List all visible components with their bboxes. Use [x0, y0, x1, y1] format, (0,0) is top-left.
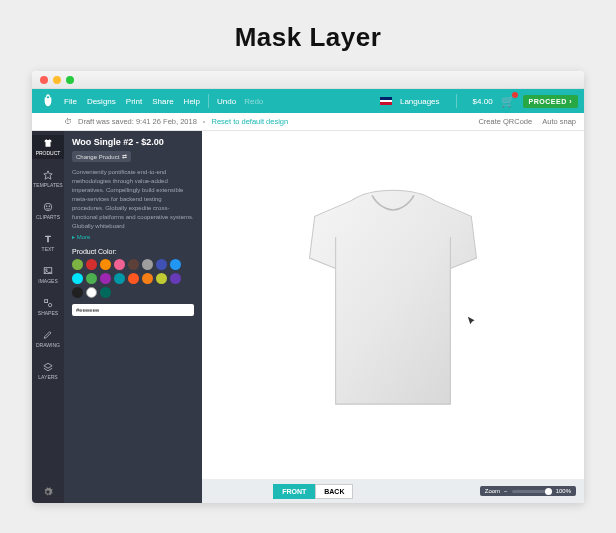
- change-product-label: Change Product: [76, 154, 119, 160]
- page-heading: Mask Layer: [0, 0, 616, 71]
- undo-button[interactable]: Undo: [217, 97, 236, 106]
- top-menu-bar: File Designs Print Share Help Undo Redo …: [32, 89, 584, 113]
- sidebar-item-text[interactable]: TEXT: [32, 231, 64, 255]
- window-titlebar: [32, 71, 584, 89]
- color-swatch[interactable]: [128, 259, 139, 270]
- change-product-button[interactable]: Change Product ⇄: [72, 151, 131, 162]
- sidebar-label: IMAGES: [38, 278, 57, 284]
- app-window: File Designs Print Share Help Undo Redo …: [32, 71, 584, 503]
- swap-icon: ⇄: [122, 153, 127, 160]
- color-swatch[interactable]: [156, 273, 167, 284]
- color-swatch[interactable]: [142, 273, 153, 284]
- cart-icon[interactable]: 🛒: [501, 95, 515, 108]
- color-swatch[interactable]: [114, 259, 125, 270]
- divider: [208, 94, 209, 108]
- color-swatch[interactable]: [128, 273, 139, 284]
- create-qrcode-button[interactable]: Create QRCode: [478, 117, 532, 126]
- topbar-right: Languages $4.00 🛒 PROCEED ›: [380, 94, 584, 108]
- flag-icon: [380, 97, 392, 105]
- redo-button[interactable]: Redo: [244, 97, 263, 106]
- color-swatches: [72, 259, 194, 298]
- sidebar-item-layers[interactable]: LAYERS: [32, 359, 64, 383]
- color-swatch[interactable]: [100, 273, 111, 284]
- color-swatch[interactable]: [86, 273, 97, 284]
- dot-separator: •: [203, 117, 206, 126]
- svg-point-7: [48, 303, 51, 306]
- color-swatch[interactable]: [72, 259, 83, 270]
- color-swatch[interactable]: [86, 287, 97, 298]
- zoom-control[interactable]: Zoom − 100%: [480, 486, 576, 496]
- status-toolbar: ⏱ Draft was saved: 9:41 26 Feb, 2018 • R…: [32, 113, 584, 131]
- svg-rect-6: [45, 300, 48, 303]
- view-front-button[interactable]: FRONT: [273, 484, 315, 499]
- hex-color-input[interactable]: #eeeeee: [72, 304, 194, 316]
- svg-point-2: [46, 206, 47, 207]
- zoom-label: Zoom: [485, 488, 500, 494]
- sidebar-item-images[interactable]: IMAGES: [32, 263, 64, 287]
- tshirt-preview[interactable]: [202, 131, 584, 479]
- color-swatch[interactable]: [72, 287, 83, 298]
- app-logo-icon: [32, 93, 64, 109]
- svg-marker-8: [44, 363, 52, 368]
- product-panel: Woo Single #2 - $2.00 Change Product ⇄ C…: [64, 131, 202, 503]
- color-swatch[interactable]: [142, 259, 153, 270]
- color-swatch[interactable]: [114, 273, 125, 284]
- menu-share[interactable]: Share: [152, 97, 173, 106]
- menu-list: File Designs Print Share Help: [64, 97, 200, 106]
- sidebar-label: TEXT: [42, 246, 55, 252]
- color-swatch[interactable]: [72, 273, 83, 284]
- sidebar-item-cliparts[interactable]: CLIPARTS: [32, 199, 64, 223]
- price-display: $4.00: [473, 97, 493, 106]
- window-close-icon[interactable]: [40, 76, 48, 84]
- zoom-out-icon[interactable]: −: [504, 488, 508, 494]
- clock-icon: ⏱: [64, 117, 72, 126]
- window-maximize-icon[interactable]: [66, 76, 74, 84]
- window-minimize-icon[interactable]: [53, 76, 61, 84]
- sidebar-item-shapes[interactable]: SHAPES: [32, 295, 64, 319]
- languages-button[interactable]: Languages: [400, 97, 440, 106]
- svg-marker-0: [44, 171, 52, 179]
- draft-saved-text: Draft was saved: 9:41 26 Feb, 2018: [78, 117, 197, 126]
- zoom-thumb[interactable]: [545, 488, 552, 495]
- menu-print[interactable]: Print: [126, 97, 142, 106]
- sidebar-item-drawing[interactable]: DRAWING: [32, 327, 64, 351]
- zoom-slider[interactable]: [512, 490, 552, 493]
- color-swatch[interactable]: [86, 259, 97, 270]
- color-swatch[interactable]: [100, 259, 111, 270]
- sidebar-item-templates[interactable]: TEMPLATES: [32, 167, 64, 191]
- product-title: Woo Single #2 - $2.00: [72, 137, 194, 147]
- sidebar-label: SHAPES: [38, 310, 58, 316]
- zoom-value: 100%: [556, 488, 571, 494]
- canvas-footer: FRONT BACK Zoom − 100%: [202, 479, 584, 503]
- app-body: PRODUCT TEMPLATES CLIPARTS TEXT IMAGES S…: [32, 131, 584, 503]
- design-canvas[interactable]: FRONT BACK Zoom − 100%: [202, 131, 584, 503]
- more-link[interactable]: More: [72, 233, 194, 240]
- reset-link[interactable]: Reset to default design: [211, 117, 288, 126]
- sidebar-settings-icon[interactable]: [32, 481, 64, 503]
- product-color-label: Product Color:: [72, 248, 194, 255]
- view-toggle: FRONT BACK: [273, 484, 353, 499]
- menu-designs[interactable]: Designs: [87, 97, 116, 106]
- menu-help[interactable]: Help: [184, 97, 200, 106]
- cart-badge: [512, 92, 518, 98]
- view-back-button[interactable]: BACK: [315, 484, 353, 499]
- sidebar-label: PRODUCT: [36, 150, 61, 156]
- cursor-icon: [467, 316, 477, 326]
- sidebar-label: CLIPARTS: [36, 214, 60, 220]
- color-swatch[interactable]: [100, 287, 111, 298]
- proceed-button[interactable]: PROCEED ›: [523, 95, 578, 108]
- divider: [456, 94, 457, 108]
- product-description: Conveniently pontificate end-to-end meth…: [72, 168, 194, 231]
- auto-snap-button[interactable]: Auto snap: [542, 117, 576, 126]
- color-swatch[interactable]: [170, 259, 181, 270]
- menu-file[interactable]: File: [64, 97, 77, 106]
- sidebar-label: LAYERS: [38, 374, 57, 380]
- svg-point-3: [49, 206, 50, 207]
- color-swatch[interactable]: [170, 273, 181, 284]
- sidebar-item-product[interactable]: PRODUCT: [32, 135, 64, 159]
- svg-point-5: [46, 269, 48, 271]
- sidebar-label: DRAWING: [36, 342, 60, 348]
- svg-point-1: [44, 203, 52, 211]
- color-swatch[interactable]: [156, 259, 167, 270]
- undo-redo-group: Undo Redo: [217, 97, 263, 106]
